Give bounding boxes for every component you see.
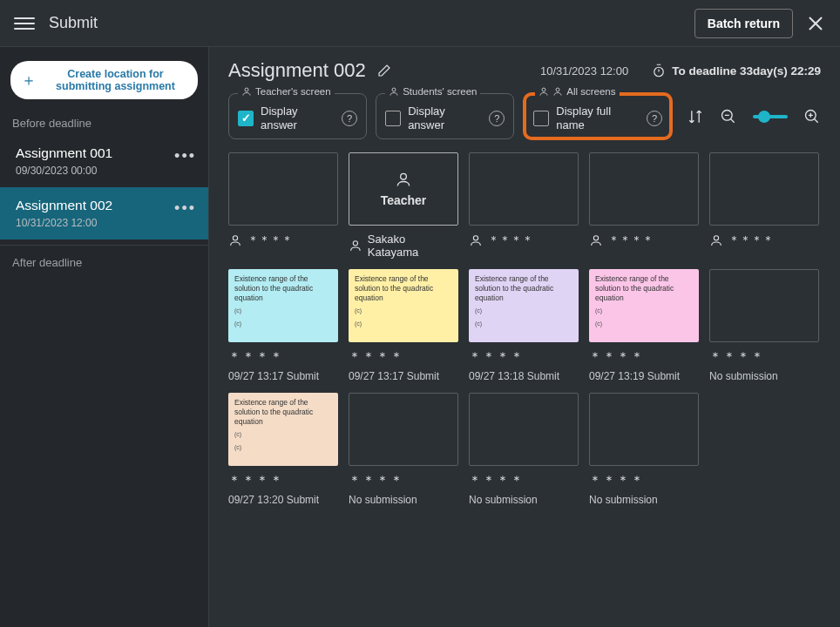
empty-card: [589, 152, 699, 226]
person-icon: [228, 233, 242, 247]
svg-point-3: [542, 88, 545, 91]
person-icon: [552, 86, 563, 97]
more-icon[interactable]: •••: [174, 147, 196, 165]
submission-time: No submission: [709, 370, 819, 382]
submission-time: 09/27 13:17 Submit: [349, 370, 458, 382]
user-name: ＊＊＊＊: [228, 233, 338, 248]
submission-note[interactable]: Existence range of the solution to the q…: [589, 269, 699, 342]
zoom-slider[interactable]: [753, 115, 788, 118]
assignment-title: Assignment 002: [228, 59, 366, 82]
user-name: Sakako Katayama: [349, 233, 458, 259]
more-icon[interactable]: •••: [174, 199, 196, 218]
svg-point-9: [353, 241, 357, 246]
due-date: 10/31/2023 12:00: [540, 64, 628, 78]
create-assignment-button[interactable]: ＋ Create location for submitting assignm…: [10, 61, 198, 99]
svg-point-10: [473, 236, 478, 240]
submission-cell[interactable]: ＊＊＊＊: [709, 152, 819, 259]
help-icon[interactable]: ?: [647, 111, 662, 126]
empty-card: [709, 152, 819, 226]
empty-card: [709, 269, 819, 342]
option-label: Display answer: [261, 104, 335, 131]
user-name-masked: ＊＊＊＊: [589, 349, 699, 365]
submission-cell[interactable]: Existence range of the solution to the q…: [469, 269, 579, 382]
empty-card: [349, 393, 458, 466]
svg-point-7: [233, 236, 237, 240]
checkbox-students-display-answer[interactable]: [385, 111, 401, 126]
person-icon: [349, 239, 362, 253]
svg-point-11: [593, 236, 598, 240]
user-name-masked: ＊＊＊＊: [469, 473, 579, 489]
person-icon: [389, 86, 399, 97]
submission-cell[interactable]: ＊＊＊＊ No submission: [709, 269, 819, 382]
sidebar-item-assignment-001[interactable]: Assignment 001 09/30/2023 00:00 •••: [0, 135, 208, 187]
empty-card: [469, 393, 579, 466]
submission-cell[interactable]: ＊＊＊＊: [469, 152, 579, 259]
section-after-deadline: After deadline: [0, 251, 208, 274]
assignment-date: 10/31/2023 12:00: [16, 217, 193, 229]
submission-time: No submission: [469, 494, 579, 506]
zoom-out-icon[interactable]: [720, 108, 737, 125]
submission-cell[interactable]: ＊＊＊＊: [228, 152, 338, 259]
empty-card: [228, 152, 338, 226]
svg-point-12: [714, 236, 718, 240]
user-name: ＊＊＊＊: [709, 233, 819, 248]
submission-note[interactable]: Existence range of the solution to the q…: [228, 393, 338, 466]
submission-cell[interactable]: Existence range of the solution to the q…: [228, 269, 338, 382]
stopwatch-icon: [651, 63, 667, 78]
user-name-masked: ＊＊＊＊: [709, 349, 819, 365]
user-name-masked: ＊＊＊＊: [228, 473, 338, 489]
assignment-name: Assignment 001: [16, 145, 193, 161]
sidebar-item-assignment-002[interactable]: Assignment 002 10/31/2023 12:00 •••: [0, 187, 208, 239]
svg-point-1: [245, 88, 248, 91]
help-icon[interactable]: ?: [489, 111, 505, 126]
submission-time: No submission: [349, 494, 458, 506]
assignment-name: Assignment 002: [16, 198, 193, 213]
help-icon[interactable]: ?: [342, 111, 357, 126]
edit-icon[interactable]: [376, 63, 392, 78]
checkbox-teacher-display-answer[interactable]: [238, 111, 254, 126]
assignment-date: 09/30/2023 00:00: [16, 165, 193, 177]
user-name-masked: ＊＊＊＊: [349, 473, 458, 489]
option-label: Display answer: [408, 104, 482, 131]
submission-time: 09/27 13:18 Submit: [469, 370, 579, 382]
menu-icon[interactable]: [14, 13, 35, 34]
person-icon: [709, 233, 723, 247]
checkbox-display-full-name[interactable]: [533, 111, 549, 126]
submission-cell[interactable]: Teacher Sakako Katayama: [349, 152, 458, 259]
create-button-label: Create location for submitting assignmen…: [44, 68, 187, 92]
page-title: Submit: [49, 14, 694, 32]
empty-card: [589, 393, 699, 466]
submission-cell[interactable]: Existence range of the solution to the q…: [349, 269, 458, 382]
batch-return-button[interactable]: Batch return: [694, 9, 793, 38]
svg-point-4: [556, 88, 559, 91]
option-students-screen: Students' screen Display answer ?: [376, 93, 514, 139]
section-before-deadline: Before deadline: [0, 111, 208, 135]
submission-cell[interactable]: ＊＊＊＊ No submission: [469, 393, 579, 506]
zoom-in-icon[interactable]: [803, 108, 821, 125]
empty-card: [469, 152, 579, 226]
submission-note[interactable]: Existence range of the solution to the q…: [349, 269, 458, 342]
submission-cell[interactable]: Existence range of the solution to the q…: [228, 393, 338, 506]
close-icon[interactable]: [805, 13, 826, 34]
person-icon: [395, 171, 412, 188]
user-name: ＊＊＊＊: [469, 233, 579, 248]
submission-cell[interactable]: ＊＊＊＊: [589, 152, 699, 259]
submission-time: 09/27 13:17 Submit: [228, 370, 338, 382]
deadline-countdown: To deadline 33day(s) 22:29: [651, 63, 821, 78]
submission-note[interactable]: Existence range of the solution to the q…: [469, 269, 579, 342]
submission-cell[interactable]: ＊＊＊＊ No submission: [589, 393, 699, 506]
submission-cell[interactable]: Existence range of the solution to the q…: [589, 269, 699, 382]
user-name-masked: ＊＊＊＊: [228, 349, 338, 365]
user-name-masked: ＊＊＊＊: [589, 473, 699, 489]
option-teacher-screen: Teacher's screen Display answer ?: [228, 93, 367, 139]
option-label: Display full name: [556, 104, 640, 131]
user-name: ＊＊＊＊: [589, 233, 699, 248]
submission-time: No submission: [589, 494, 699, 506]
user-name-masked: ＊＊＊＊: [349, 349, 458, 365]
teacher-card: Teacher: [349, 152, 458, 226]
sort-icon[interactable]: [687, 108, 704, 125]
plus-icon: ＋: [21, 70, 37, 91]
submission-cell[interactable]: ＊＊＊＊ No submission: [349, 393, 458, 506]
submission-note[interactable]: Existence range of the solution to the q…: [228, 269, 338, 342]
person-icon: [469, 233, 483, 247]
